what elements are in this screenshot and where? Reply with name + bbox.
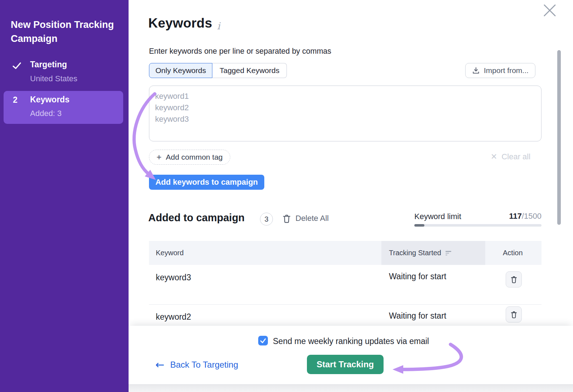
trash-icon [510, 276, 517, 284]
sidebar-title: New Position Tracking Campaign [11, 18, 120, 46]
add-keywords-to-campaign-button[interactable]: Add keywords to campaign [149, 175, 264, 190]
vertical-scrollbar[interactable] [557, 50, 561, 225]
info-icon[interactable]: i [217, 20, 220, 32]
clear-all-button[interactable]: ✕ Clear all [491, 152, 536, 161]
keyword-limit-progress-fill [414, 224, 424, 227]
step-keywords-sublabel: Added: 3 [30, 109, 62, 118]
column-header-action: Action [503, 249, 523, 257]
tab-tagged-keywords[interactable]: Tagged Keywords [212, 63, 287, 78]
new-position-tracking-modal: New Position Tracking Campaign Targeting… [0, 0, 573, 392]
keywords-textarea[interactable] [149, 86, 541, 141]
add-common-tag-button[interactable]: + Add common tag [149, 150, 230, 165]
keywords-instruction: Enter keywords one per line or separated… [149, 47, 331, 56]
step-keywords-number: 2 [13, 95, 18, 105]
row-keyword-cell: keyword2 [156, 312, 191, 322]
step-keywords-label: Keywords [30, 95, 69, 105]
row-divider [149, 304, 541, 305]
clear-all-label: Clear all [501, 152, 530, 161]
row-delete-button[interactable] [506, 306, 522, 323]
step-targeting-label: Targeting [30, 60, 67, 69]
row-tracking-cell: Waiting for start [389, 311, 446, 321]
checkmark-icon [260, 337, 266, 344]
modal-bottom-edge [129, 384, 573, 392]
column-header-keyword[interactable]: Keyword [156, 249, 184, 257]
added-count-badge: 3 [260, 213, 273, 226]
column-header-tracking-label: Tracking Started [389, 249, 441, 257]
row-delete-button[interactable] [506, 271, 522, 287]
added-to-campaign-title: Added to campaign [148, 212, 245, 224]
step-targeting-sublabel: United States [30, 74, 77, 83]
trash-icon [510, 311, 517, 319]
clear-icon: ✕ [491, 152, 497, 161]
sidebar: New Position Tracking Campaign Targeting… [0, 0, 129, 392]
keyword-limit-progressbar [414, 224, 541, 227]
column-header-tracking-started[interactable]: Tracking Started [389, 249, 452, 257]
import-from-button[interactable]: Import from... [465, 63, 535, 78]
add-common-tag-label: Add common tag [166, 153, 223, 161]
keywords-tab-group: Only Keywords Tagged Keywords [149, 63, 287, 78]
tab-only-keywords-label: Only Keywords [155, 66, 206, 75]
check-icon [12, 61, 21, 71]
footer: Send me weekly ranking updates via email… [129, 326, 573, 384]
row-keyword-cell: keyword3 [156, 273, 191, 282]
close-icon[interactable] [542, 3, 557, 18]
trash-icon [283, 214, 291, 223]
delete-all-label: Delete All [295, 214, 329, 223]
start-tracking-button[interactable]: Start Tracking [307, 355, 384, 374]
tab-only-keywords[interactable]: Only Keywords [149, 63, 212, 78]
page-title: Keywords [148, 16, 212, 31]
weekly-updates-checkbox[interactable] [258, 336, 268, 345]
row-tracking-cell: Waiting for start [389, 272, 446, 281]
back-to-targeting-link[interactable]: ← Back To Targeting [155, 359, 238, 370]
tab-tagged-keywords-label: Tagged Keywords [220, 66, 279, 75]
back-to-targeting-label: Back To Targeting [170, 360, 238, 370]
arrow-left-icon: ← [155, 359, 164, 370]
import-from-label: Import from... [484, 66, 529, 75]
download-icon [472, 67, 480, 74]
delete-all-button[interactable]: Delete All [283, 214, 329, 223]
sort-icon [446, 251, 452, 256]
keyword-limit-total: /1500 [522, 212, 541, 221]
weekly-updates-label: Send me weekly ranking updates via email [273, 337, 429, 346]
keyword-limit-value: 117/1500 [450, 212, 541, 221]
plus-icon: + [157, 153, 162, 161]
keyword-limit-used: 117 [509, 212, 522, 221]
